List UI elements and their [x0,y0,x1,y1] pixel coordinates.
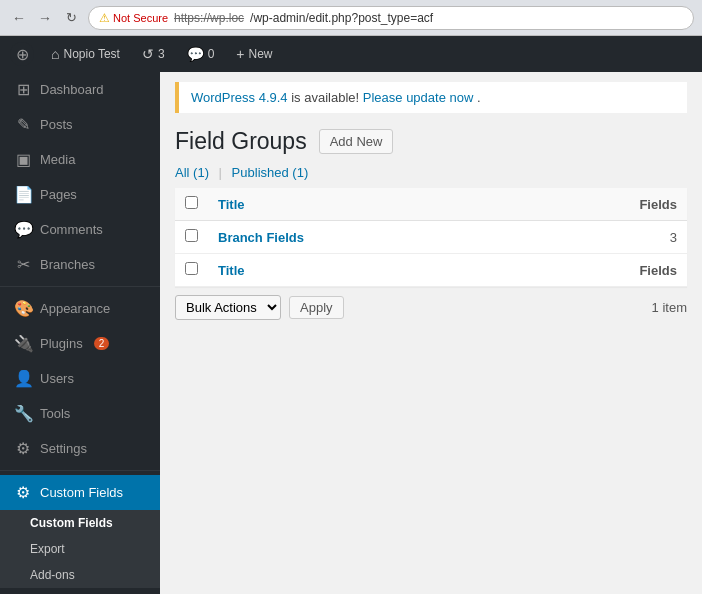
row-title-link[interactable]: Branch Fields [218,230,304,245]
warning-icon: ⚠ [99,11,110,25]
url-strikethrough: https://wp.loc [174,11,244,25]
sidebar-item-plugins[interactable]: 🔌 Plugins 2 [0,326,160,361]
sidebar-sub-item-export[interactable]: Export [0,536,160,562]
sidebar-item-label: Pages [40,187,77,202]
filter-published-count: (1) [292,165,308,180]
not-secure-badge: ⚠ Not Secure [99,11,168,25]
forward-button[interactable]: → [34,7,56,29]
page-header: Field Groups Add New [160,113,702,165]
filter-all-count: (1) [193,165,209,180]
admin-bar-comments[interactable]: 💬 0 [182,36,220,72]
sidebar-item-label: Media [40,152,75,167]
comments-nav-icon: 💬 [14,220,32,239]
notice-link-version[interactable]: WordPress 4.9.4 [191,90,288,105]
row-title-cell: Branch Fields [208,221,607,254]
sidebar: ⊞ Dashboard ✎ Posts ▣ Media 📄 Pages 💬 Co… [0,72,160,594]
filter-separator: | [219,165,222,180]
select-all-checkbox-footer[interactable] [185,262,198,275]
sidebar-submenu-custom-fields: Custom Fields Export Add-ons [0,510,160,588]
sidebar-divider [0,286,160,287]
tools-icon: 🔧 [14,404,32,423]
home-icon: ⌂ [51,46,59,62]
admin-bar-new[interactable]: + New [231,36,277,72]
sidebar-divider-2 [0,470,160,471]
wp-logo[interactable]: ⊕ [10,42,34,66]
url-path: /wp-admin/edit.php?post_type=acf [250,11,433,25]
sidebar-item-label: Tools [40,406,70,421]
tfoot-fields: Fields [607,254,687,287]
th-checkbox [175,188,208,221]
filter-published-link[interactable]: Published (1) [232,165,309,180]
page-title: Field Groups [175,128,307,155]
settings-icon: ⚙ [14,439,32,458]
sidebar-item-posts[interactable]: ✎ Posts [0,107,160,142]
new-label: New [249,47,273,61]
plugins-badge: 2 [94,337,110,350]
sidebar-item-settings[interactable]: ⚙ Settings [0,431,160,466]
sidebar-item-label: Dashboard [40,82,104,97]
sidebar-item-label: Posts [40,117,73,132]
comments-count: 0 [208,47,215,61]
sidebar-item-label: Appearance [40,301,110,316]
appearance-icon: 🎨 [14,299,32,318]
admin-bar-updates[interactable]: ↺ 3 [137,36,170,72]
row-fields-cell: 3 [607,221,687,254]
table-footer-row: Title Fields [175,254,687,287]
filter-all-label: All [175,165,189,180]
custom-fields-icon: ⚙ [14,483,32,502]
submenu-item-label: Export [30,542,65,556]
address-bar[interactable]: ⚠ Not Secure https://wp.loc /wp-admin/ed… [88,6,694,30]
sidebar-item-label: Custom Fields [40,485,123,500]
filter-links: All (1) | Published (1) [160,165,702,188]
row-checkbox-cell [175,221,208,254]
sidebar-item-label: Branches [40,257,95,272]
updates-icon: ↺ [142,46,154,62]
filter-all-link[interactable]: All (1) [175,165,213,180]
sidebar-item-label: Plugins [40,336,83,351]
users-icon: 👤 [14,369,32,388]
apply-button[interactable]: Apply [289,296,344,319]
pages-icon: 📄 [14,185,32,204]
plus-icon: + [236,46,244,62]
nav-buttons: ← → ↻ [8,7,82,29]
tablenav-bottom: Bulk Actions Delete Apply 1 item [160,287,702,328]
main-content: WordPress 4.9.4 is available! Please upd… [160,72,702,594]
item-count: 1 item [652,300,687,315]
sidebar-item-appearance[interactable]: 🎨 Appearance [0,291,160,326]
add-new-button[interactable]: Add New [319,129,394,154]
sidebar-item-users[interactable]: 👤 Users [0,361,160,396]
sidebar-item-pages[interactable]: 📄 Pages [0,177,160,212]
update-notice: WordPress 4.9.4 is available! Please upd… [175,82,687,113]
sidebar-sub-item-addons[interactable]: Add-ons [0,562,160,588]
sidebar-item-branches[interactable]: ✂ Branches [0,247,160,282]
sidebar-item-custom-fields[interactable]: ⚙ Custom Fields [0,475,160,510]
not-secure-label: Not Secure [113,12,168,24]
filter-published-label: Published [232,165,289,180]
back-button[interactable]: ← [8,7,30,29]
dashboard-icon: ⊞ [14,80,32,99]
table-header-row: Title Fields [175,188,687,221]
notice-update-link[interactable]: Please update now [363,90,474,105]
comments-icon: 💬 [187,46,204,62]
admin-bar-site[interactable]: ⌂ Nopio Test [46,36,125,72]
browser-chrome: ← → ↻ ⚠ Not Secure https://wp.loc /wp-ad… [0,0,702,36]
submenu-item-label: Custom Fields [30,516,113,530]
branches-icon: ✂ [14,255,32,274]
table-row: Branch Fields 3 [175,221,687,254]
sidebar-item-dashboard[interactable]: ⊞ Dashboard [0,72,160,107]
sidebar-item-comments[interactable]: 💬 Comments [0,212,160,247]
sidebar-item-tools[interactable]: 🔧 Tools [0,396,160,431]
th-fields: Fields [607,188,687,221]
bulk-actions-select[interactable]: Bulk Actions Delete [175,295,281,320]
select-all-checkbox[interactable] [185,196,198,209]
sidebar-sub-item-custom-fields[interactable]: Custom Fields [0,510,160,536]
sidebar-item-label: Settings [40,441,87,456]
tfoot-title[interactable]: Title [208,254,607,287]
media-icon: ▣ [14,150,32,169]
reload-button[interactable]: ↻ [60,7,82,29]
sidebar-item-media[interactable]: ▣ Media [0,142,160,177]
sidebar-item-label: Comments [40,222,103,237]
row-checkbox[interactable] [185,229,198,242]
plugins-icon: 🔌 [14,334,32,353]
th-title[interactable]: Title [208,188,607,221]
